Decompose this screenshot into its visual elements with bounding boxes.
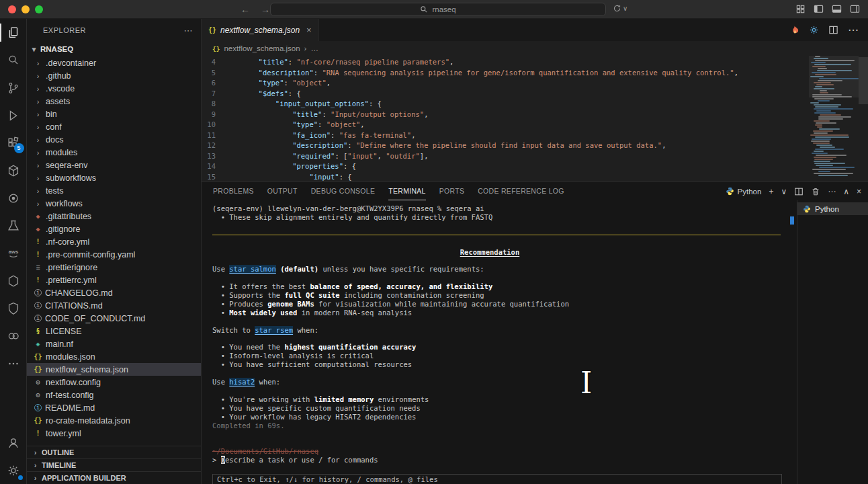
close-window-button[interactable] (8, 5, 16, 13)
panel-tab-ports[interactable]: PORTS (439, 182, 464, 200)
explorer-actions-icon[interactable]: ⋯ (184, 26, 193, 36)
tree-folder-subworkflows[interactable]: ›subworkflows (27, 171, 201, 184)
toggle-sidebar-right-icon[interactable] (850, 4, 860, 14)
tree-file-CITATIONS.md[interactable]: iCITATIONS.md (27, 299, 201, 312)
tree-file-CODE_OF_CONDUCT.md[interactable]: iCODE_OF_CONDUCT.md (27, 312, 201, 325)
activity-extensions[interactable]: 5 (0, 129, 27, 157)
split-editor-icon[interactable] (828, 25, 838, 35)
workspace-section-header[interactable]: ▾ RNASEQ (27, 42, 201, 56)
panel-more-actions-icon[interactable]: ⋯ (828, 187, 836, 196)
terminal-output[interactable]: (seqera-env) llewelyn-van-der-berg@KTW2Y… (202, 200, 797, 484)
command-center-search[interactable]: rnaseq (270, 3, 606, 16)
flame-icon[interactable] (789, 25, 799, 35)
tree-folder-.github[interactable]: ›.github (27, 69, 201, 82)
tree-folder-modules[interactable]: ›modules (27, 146, 201, 159)
kill-terminal-trash-icon[interactable] (811, 187, 820, 196)
terminal-scroll-marker[interactable] (790, 216, 794, 225)
tree-file-.prettierrc.yml[interactable]: !.prettierrc.yml (27, 274, 201, 286)
minimize-window-button[interactable] (21, 5, 30, 13)
terminal-profile-button[interactable]: Python (726, 187, 762, 196)
settings-badge-dot (18, 475, 23, 480)
panel-tab-code-reference-log[interactable]: CODE REFERENCE LOG (478, 182, 564, 200)
activity-gitlens[interactable] (0, 294, 27, 322)
activity-testing[interactable] (0, 212, 27, 239)
activity-explorer[interactable] (0, 19, 27, 46)
json-icon: {} (34, 353, 42, 360)
tree-file-CHANGELOG.md[interactable]: iCHANGELOG.md (27, 286, 201, 299)
activity-containers[interactable] (0, 157, 27, 184)
close-tab-icon[interactable]: × (306, 25, 312, 35)
tree-file-README.md[interactable]: iREADME.md (27, 401, 201, 414)
breadcrumb[interactable]: {} nextflow_schema.json › … (202, 41, 868, 56)
tree-file-.prettierignore[interactable]: ≡.prettierignore (27, 261, 201, 274)
toggle-sidebar-left-icon[interactable] (814, 4, 824, 14)
extension-gear-icon[interactable] (809, 25, 819, 35)
tree-folder-conf[interactable]: ›conf (27, 120, 201, 133)
tree-file-nextflow.config[interactable]: ⊙nextflow.config (27, 376, 201, 389)
tree-folder-seqera-env[interactable]: ›seqera-env (27, 159, 201, 171)
navigate-back-icon[interactable]: ← (241, 4, 250, 15)
tree-file-LICENSE[interactable]: §LICENSE (27, 325, 201, 337)
tree-folder-docs[interactable]: ›docs (27, 133, 201, 146)
grid-layout-icon[interactable] (795, 4, 806, 14)
run-debug-icon (6, 108, 21, 123)
panel-tab-debug-console[interactable]: DEBUG CONSOLE (311, 182, 376, 200)
activity-package[interactable] (0, 267, 27, 294)
tab-nextflow-schema[interactable]: {} nextflow_schema.json × (202, 19, 319, 41)
tree-file-nf-test.config[interactable]: ⊙nf-test.config (27, 389, 201, 401)
toggle-panel-icon[interactable] (832, 4, 842, 14)
activity-codegpt[interactable] (0, 184, 27, 212)
zoom-window-button[interactable] (35, 5, 43, 13)
tree-file-nextflow_schema.json[interactable]: {}nextflow_schema.json (27, 363, 201, 376)
line-number: 7 (202, 89, 224, 99)
split-terminal-icon[interactable] (794, 187, 804, 196)
chevron-right-icon: › (34, 85, 42, 93)
tree-folder-assets[interactable]: ›assets (27, 95, 201, 108)
navigate-forward-icon[interactable]: → (261, 4, 270, 15)
chevron-right-icon: › (34, 97, 42, 106)
section-timeline[interactable]: ›TIMELINE (27, 458, 201, 471)
terminal-line: • You're working with limited memory env… (212, 395, 787, 404)
tree-folder-workflows[interactable]: ›workflows (27, 197, 201, 210)
line-number: 9 (202, 110, 224, 120)
maximize-panel-icon[interactable]: ∧ (843, 187, 849, 196)
chevron-right-icon: › (34, 123, 42, 131)
terminal-tab-python[interactable]: Python (797, 202, 868, 215)
tree-file-ro-crate-metadata.json[interactable]: {}ro-crate-metadata.json (27, 414, 201, 427)
activity-search[interactable] (0, 46, 27, 74)
tree-file-.pre-commit-config.yaml[interactable]: !.pre-commit-config.yaml (27, 248, 201, 261)
launch-profile-chevron-icon[interactable]: ∨ (781, 187, 787, 196)
code-editor[interactable]: 4 "title": "nf-core/rnaseq pipeline para… (202, 56, 868, 182)
section-outline[interactable]: ›OUTLINE (27, 446, 201, 458)
sync-indicator[interactable]: ∨ (613, 4, 627, 13)
minimap[interactable] (809, 56, 859, 182)
tree-file-modules.json[interactable]: {}modules.json (27, 350, 201, 363)
tree-file-tower.yml[interactable]: !tower.yml (27, 427, 201, 440)
close-panel-icon[interactable]: × (857, 187, 861, 196)
activity-accounts[interactable] (0, 429, 27, 456)
activity-settings[interactable] (0, 456, 27, 484)
section-application-builder[interactable]: ›APPLICATION BUILDER (27, 471, 201, 484)
panel-tab-terminal[interactable]: TERMINAL (388, 182, 426, 200)
tree-file-.nf-core.yml[interactable]: !.nf-core.yml (27, 235, 201, 248)
chevron-right-icon: › (34, 72, 42, 80)
panel-tab-output[interactable]: OUTPUT (267, 182, 298, 200)
editor-more-actions-icon[interactable]: ⋯ (848, 24, 859, 36)
tree-folder-tests[interactable]: ›tests (27, 184, 201, 197)
tree-file-main.nf[interactable]: ◈main.nf (27, 337, 201, 350)
editor-scrollbar[interactable] (859, 56, 868, 182)
panel-tab-problems[interactable]: PROBLEMS (213, 182, 254, 200)
activity-live-share[interactable] (0, 322, 27, 350)
tree-folder-bin[interactable]: ›bin (27, 108, 201, 120)
activity-aws[interactable]: aws (0, 239, 27, 267)
tree-file-.gitattributes[interactable]: ◆.gitattributes (27, 210, 201, 223)
activity-more[interactable] (0, 350, 27, 377)
item-label: .gitattributes (46, 212, 91, 221)
tree-folder-.devcontainer[interactable]: ›.devcontainer (27, 56, 201, 69)
activity-run-debug[interactable] (0, 102, 27, 129)
tree-folder-.vscode[interactable]: ›.vscode (27, 82, 201, 95)
tree-file-.gitignore[interactable]: ◆.gitignore (27, 223, 201, 235)
code-line: 10 "type": "object", (202, 120, 868, 130)
new-terminal-icon[interactable]: + (769, 187, 773, 196)
activity-source-control[interactable] (0, 74, 27, 102)
